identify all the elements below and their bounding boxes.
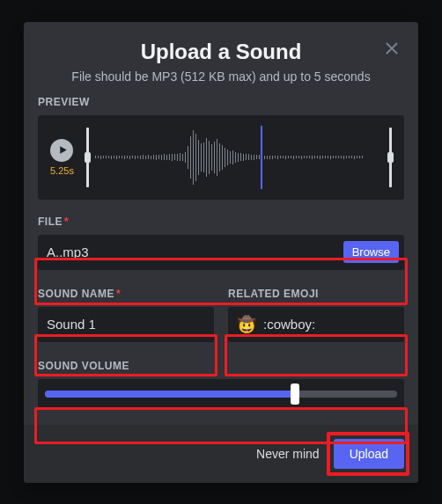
waveform [95, 124, 383, 191]
annotation-highlight [34, 334, 217, 376]
play-icon [57, 144, 69, 156]
trim-end-handle[interactable] [389, 128, 392, 187]
play-button[interactable] [50, 139, 73, 162]
file-label: FILE* [38, 215, 404, 228]
trim-start-handle[interactable] [86, 128, 89, 187]
slider-thumb[interactable] [291, 383, 299, 405]
annotation-highlight [34, 258, 408, 305]
preview-box: 5.25s [38, 115, 404, 200]
slider-track [45, 391, 397, 398]
close-button[interactable] [381, 38, 402, 59]
cowboy-emoji-icon: 🤠 [237, 315, 256, 334]
cancel-button[interactable]: Never mind [256, 447, 320, 461]
preview-label: PREVIEW [38, 96, 404, 108]
emoji-value: :cowboy: [263, 317, 315, 332]
playhead[interactable] [261, 126, 262, 189]
close-icon [383, 40, 401, 57]
modal-title: Upload a Sound [38, 40, 404, 64]
volume-slider[interactable] [38, 379, 404, 409]
waveform-area[interactable] [86, 124, 392, 191]
annotation-highlight [34, 407, 408, 444]
modal-subtitle: File should be MP3 (512 KB max) and up t… [38, 69, 404, 84]
annotation-highlight [225, 334, 408, 376]
duration-text: 5.25s [50, 165, 74, 176]
slider-fill [45, 391, 295, 398]
modal-header: Upload a Sound File should be MP3 (512 K… [38, 36, 404, 96]
upload-sound-modal: Upload a Sound File should be MP3 (512 K… [24, 22, 418, 483]
